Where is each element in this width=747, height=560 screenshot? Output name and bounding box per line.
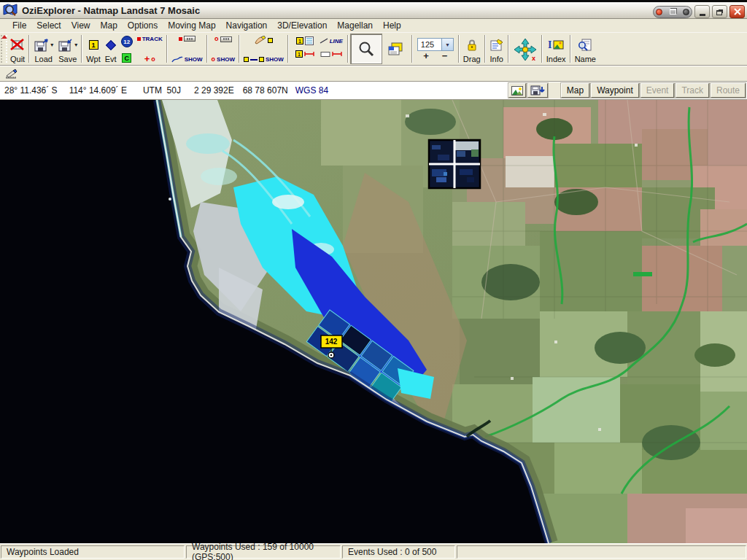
info-form-icon <box>489 35 504 55</box>
separator <box>508 35 509 63</box>
show-track-button[interactable]: SHOW <box>169 34 205 64</box>
separator <box>166 35 168 63</box>
status-spare-panel <box>457 545 746 559</box>
pan-control-button[interactable]: x <box>511 34 540 64</box>
menu-item-moving-map[interactable]: Moving Map <box>163 20 220 31</box>
zoom-out-button[interactable]: − <box>442 52 448 60</box>
separator <box>541 35 543 63</box>
restore-button[interactable] <box>712 5 727 18</box>
event-button[interactable]: Evt <box>103 34 119 64</box>
drag-button[interactable]: Drag <box>461 34 483 64</box>
coordinate-bar: 28° 11.436´ S 114° 14.609´ E UTM 50J 2 2… <box>0 82 747 100</box>
close-button[interactable] <box>729 5 745 18</box>
waypoint-number-toggle[interactable]: 12 C <box>119 34 135 64</box>
event-list-button: Event <box>640 83 675 98</box>
ruler2-icon <box>332 51 342 57</box>
toolbar-grip[interactable] <box>1 35 7 63</box>
name-search-button[interactable]: Name <box>573 34 598 64</box>
tray-record-dot-icon[interactable] <box>656 9 662 15</box>
menu-item-3d-elevation[interactable]: 3D/Elevation <box>272 20 332 31</box>
zoom-in-button[interactable]: + <box>423 52 429 60</box>
restore-icon <box>716 10 722 15</box>
separator <box>28 35 30 63</box>
zoom-dropdown-button[interactable]: ▼ <box>442 38 454 51</box>
separator <box>570 35 571 63</box>
app-icon <box>3 3 18 18</box>
menu-item-view[interactable]: View <box>66 20 96 31</box>
menu-item-select[interactable]: Select <box>31 20 66 31</box>
show-events-button[interactable]: SHOW <box>241 34 286 64</box>
save-map-image-button[interactable] <box>527 83 548 98</box>
menu-item-options[interactable]: Options <box>123 20 163 31</box>
info-button[interactable]: Info <box>487 34 506 64</box>
waypoint-list-button[interactable]: 1 <box>296 36 314 45</box>
separator <box>206 35 208 63</box>
map-view-button[interactable] <box>382 34 410 64</box>
separator <box>458 35 460 63</box>
floppy-down-icon <box>530 85 545 96</box>
load-button[interactable]: ▾ Load <box>31 34 55 64</box>
link-line-icon <box>250 59 258 61</box>
menu-item-navigation[interactable]: Navigation <box>221 20 273 31</box>
screenshot-button[interactable] <box>508 83 526 98</box>
menu-bar: File Select View Map Options Moving Map … <box>0 19 747 33</box>
tray-capsule[interactable] <box>653 6 692 18</box>
writing-hand-icon <box>255 36 266 44</box>
track-control[interactable]: TRACK +o <box>135 34 165 64</box>
menu-item-magellan[interactable]: Magellan <box>332 20 378 31</box>
range-rings-button[interactable] <box>320 51 342 57</box>
line-tool-button[interactable]: LINE <box>320 38 343 44</box>
name-search-icon <box>578 35 592 55</box>
track-dot-icon <box>137 37 141 41</box>
minimize-icon <box>700 14 705 16</box>
save-button[interactable]: ▾ Save <box>55 34 80 64</box>
quit-button[interactable]: Quit <box>8 34 27 64</box>
menu-item-map[interactable]: Map <box>96 20 123 31</box>
svg-text:I: I <box>548 39 551 50</box>
map-properties-button[interactable]: Map <box>561 83 589 98</box>
zoom-level-control: 125 ▼ + − <box>414 34 457 64</box>
magnifier-icon <box>357 36 375 63</box>
waypoint-icon: 1 <box>89 40 98 50</box>
status-message: Waypoints Loaded <box>1 545 185 559</box>
map-inset-tile[interactable] <box>429 140 480 188</box>
map-canvas[interactable]: 142 <box>0 100 747 543</box>
save-dropdown-caret[interactable]: ▾ <box>74 42 77 48</box>
load-floppy-icon: ▾ <box>34 35 53 55</box>
load-dropdown-caret[interactable]: ▾ <box>50 42 53 48</box>
minimize-button[interactable] <box>694 5 710 18</box>
waypoint-label: 142 <box>325 338 338 346</box>
main-toolbar: Quit ▾ Load ▾ Save 1 Wpt <box>0 33 747 66</box>
chevron-down-icon: ▼ <box>445 42 450 47</box>
utm-northing-value: 68 78 607N <box>243 85 288 96</box>
red-square-icon <box>179 37 182 41</box>
event-square-icon <box>268 38 273 43</box>
list-tools-group: 1 LINE 1 <box>290 34 346 64</box>
waypoint-distance-button[interactable]: 1 <box>295 50 314 58</box>
track-plus-icon[interactable]: + <box>144 55 150 63</box>
line-icon <box>320 38 328 44</box>
title-bar: OziExplorer - Natmap Landsat 7 Mosaic <box>0 0 747 19</box>
zoom-level-value[interactable]: 125 <box>417 38 442 51</box>
waypoint-bar-icon <box>220 36 232 42</box>
index-button[interactable]: I Index <box>544 34 568 64</box>
menu-item-file[interactable]: File <box>7 20 31 31</box>
measure-tool-button[interactable] <box>2 67 21 81</box>
utm-easting-value: 2 29 392E <box>194 85 234 96</box>
satellite-map: 142 <box>0 100 747 543</box>
image-icon <box>511 86 523 96</box>
waypoint-list-toggle-button[interactable]: Waypoint <box>591 83 639 98</box>
longitude-value: 114° 14.609´ E <box>69 85 127 96</box>
separator <box>81 35 82 63</box>
track-curve-icon <box>171 56 183 63</box>
tray-restore-icon[interactable] <box>670 9 676 15</box>
zoom-tool-button[interactable] <box>350 34 382 64</box>
menu-item-help[interactable]: Help <box>378 20 406 31</box>
track-circle-icon[interactable]: o <box>151 56 155 63</box>
tray-dark-dot-icon[interactable] <box>683 9 689 15</box>
waypoint-button[interactable]: 1 Wpt <box>84 34 103 64</box>
window-title: OziExplorer - Natmap Landsat 7 Mosaic <box>22 5 200 16</box>
separator <box>287 35 289 63</box>
show-waypoints-button[interactable]: o oSHOW <box>209 34 237 64</box>
list-icon <box>305 36 314 45</box>
